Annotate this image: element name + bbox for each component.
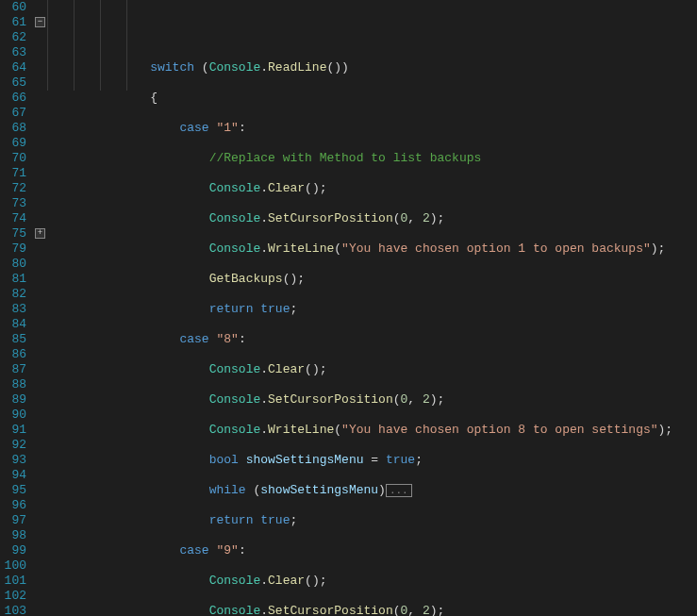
line-number: 90 [0, 408, 26, 423]
line-number: 61 [0, 15, 26, 30]
line-number: 92 [0, 438, 26, 453]
line-number: 75 [0, 226, 26, 241]
line-number: 101 [0, 574, 26, 589]
line-number: 65 [0, 75, 26, 91]
line-number: 72 [0, 181, 26, 196]
line-number: 96 [0, 498, 26, 513]
line-number: 73 [0, 196, 26, 211]
line-number: 102 [0, 589, 26, 604]
line-number: 85 [0, 332, 26, 347]
line-number: 86 [0, 347, 26, 362]
line-number: 66 [0, 91, 26, 106]
code-line: case "8": [47, 332, 697, 347]
code-line: Console.SetCursorPosition(0, 2); [47, 604, 697, 616]
line-number: 68 [0, 121, 26, 136]
line-number: 74 [0, 211, 26, 226]
fold-toggle-collapsed[interactable]: + [35, 228, 45, 239]
line-number: 80 [0, 257, 26, 272]
code-line: bool showSettingsMenu = true; [47, 453, 697, 468]
line-number: 84 [0, 317, 26, 332]
code-line: Console.WriteLine("You have chosen optio… [47, 241, 697, 257]
code-line: case "9": [47, 543, 697, 558]
line-number: 94 [0, 468, 26, 483]
code-line: GetBackups(); [47, 272, 697, 287]
line-number: 95 [0, 483, 26, 498]
line-number: 99 [0, 543, 26, 558]
line-number: 89 [0, 392, 26, 408]
line-number: 64 [0, 60, 26, 75]
code-line: Console.SetCursorPosition(0, 2); [47, 392, 697, 408]
code-line: while (showSettingsMenu)... [47, 483, 697, 498]
folded-region-icon[interactable]: ... [386, 484, 412, 497]
line-number: 87 [0, 362, 26, 377]
fold-gutter: − + [34, 0, 47, 616]
code-line: Console.Clear(); [47, 362, 697, 377]
line-number: 93 [0, 453, 26, 468]
line-number: 103 [0, 604, 26, 616]
line-number-gutter: 60 61 62 63 64 65 66 67 68 69 70 71 72 7… [0, 0, 34, 616]
line-number: 62 [0, 30, 26, 45]
line-number: 91 [0, 423, 26, 438]
code-line: Console.WriteLine("You have chosen optio… [47, 423, 697, 438]
code-line: switch (Console.ReadLine()) [47, 60, 697, 75]
line-number: 82 [0, 287, 26, 302]
code-editor[interactable]: 60 61 62 63 64 65 66 67 68 69 70 71 72 7… [0, 0, 697, 616]
line-number: 79 [0, 241, 26, 257]
code-line: Console.Clear(); [47, 574, 697, 589]
line-number: 60 [0, 0, 26, 15]
code-line: Console.SetCursorPosition(0, 2); [47, 211, 697, 226]
line-number: 71 [0, 166, 26, 181]
line-number: 83 [0, 302, 26, 317]
code-line: { [47, 91, 697, 106]
line-number: 88 [0, 377, 26, 392]
code-line: Console.Clear(); [47, 181, 697, 196]
line-number: 100 [0, 558, 26, 574]
line-number: 69 [0, 136, 26, 151]
code-line: case "1": [47, 121, 697, 136]
line-number: 81 [0, 272, 26, 287]
line-number: 98 [0, 528, 26, 543]
code-line: return true; [47, 302, 697, 317]
code-area[interactable]: switch (Console.ReadLine()) { case "1": … [47, 0, 697, 616]
code-line [47, 30, 697, 45]
line-number: 97 [0, 513, 26, 528]
line-number: 63 [0, 45, 26, 60]
fold-toggle-expanded[interactable]: − [35, 17, 45, 27]
code-line: return true; [47, 513, 697, 528]
line-number: 70 [0, 151, 26, 166]
code-line: //Replace with Method to list backups [47, 151, 697, 166]
line-number: 67 [0, 106, 26, 121]
